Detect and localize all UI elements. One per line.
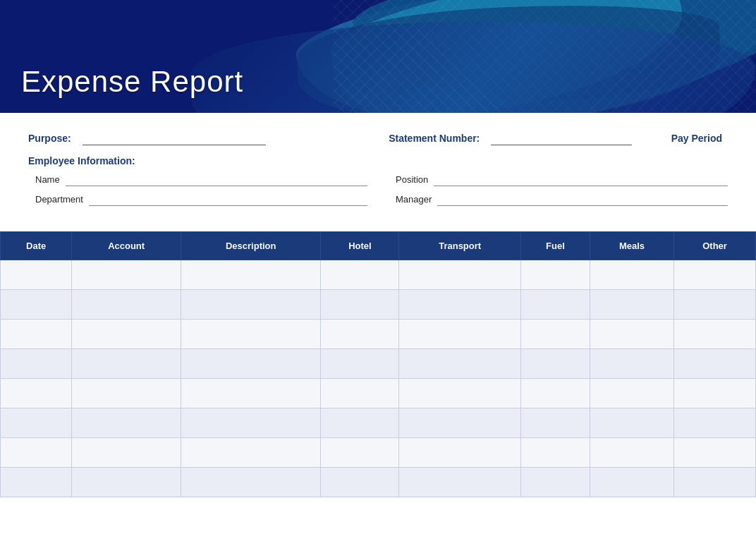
table-cell[interactable]: [590, 260, 673, 290]
table-cell[interactable]: [520, 408, 590, 438]
table-cell[interactable]: [674, 290, 756, 320]
table-cell[interactable]: [321, 290, 399, 320]
table-cell[interactable]: [520, 379, 590, 408]
position-label: Position: [396, 174, 428, 185]
position-field: Position: [396, 174, 728, 186]
table-cell[interactable]: [399, 349, 521, 379]
table-body: [1, 260, 756, 497]
table-cell[interactable]: [321, 468, 399, 497]
table-cell[interactable]: [321, 260, 399, 290]
table-row: [1, 379, 756, 408]
table-cell[interactable]: [674, 468, 756, 497]
table-cell[interactable]: [590, 438, 673, 468]
table-cell[interactable]: [674, 260, 756, 290]
table-cell[interactable]: [181, 408, 320, 438]
table-cell[interactable]: [72, 320, 181, 349]
purpose-label: Purpose:: [28, 133, 71, 144]
employee-section: Employee Information: Name Position: [28, 155, 728, 206]
table-cell[interactable]: [321, 349, 399, 379]
table-row: [1, 320, 756, 349]
table-cell[interactable]: [72, 290, 181, 320]
table-cell[interactable]: [181, 379, 320, 408]
table-cell[interactable]: [181, 290, 320, 320]
name-label: Name: [35, 174, 60, 185]
table-cell[interactable]: [321, 408, 399, 438]
table-cell[interactable]: [181, 468, 320, 497]
table-cell[interactable]: [674, 408, 756, 438]
table-cell[interactable]: [1, 438, 72, 468]
header-banner: Expense Report: [0, 0, 756, 113]
table-cell[interactable]: [1, 320, 72, 349]
col-other: Other: [674, 232, 756, 260]
table-cell[interactable]: [590, 379, 673, 408]
pay-period-label: Pay Period: [671, 133, 722, 144]
table-cell[interactable]: [399, 438, 521, 468]
department-field: Department: [35, 193, 367, 206]
table-cell[interactable]: [520, 320, 590, 349]
page: Expense Report Purpose: Statement Number…: [0, 0, 756, 558]
table-cell[interactable]: [321, 438, 399, 468]
statement-number-input[interactable]: [491, 133, 632, 145]
table-cell[interactable]: [181, 260, 320, 290]
pay-period-group: Pay Period: [671, 133, 728, 144]
table-row: [1, 438, 756, 468]
table-row: [1, 468, 756, 497]
dept-manager-row: Department Manager: [35, 193, 728, 206]
table-cell[interactable]: [1, 468, 72, 497]
table-cell[interactable]: [674, 320, 756, 349]
table-cell[interactable]: [590, 290, 673, 320]
table-cell[interactable]: [520, 260, 590, 290]
table-cell[interactable]: [590, 408, 673, 438]
table-cell[interactable]: [674, 349, 756, 379]
table-cell[interactable]: [321, 379, 399, 408]
employee-info-label: Employee Information:: [28, 155, 728, 166]
department-input[interactable]: [89, 193, 367, 206]
table-cell[interactable]: [72, 468, 181, 497]
table-cell[interactable]: [321, 320, 399, 349]
table-cell[interactable]: [399, 379, 521, 408]
table-cell[interactable]: [399, 468, 521, 497]
table-cell[interactable]: [399, 260, 521, 290]
table-cell[interactable]: [1, 408, 72, 438]
table-cell[interactable]: [674, 379, 756, 408]
table-cell[interactable]: [181, 438, 320, 468]
col-date: Date: [1, 232, 72, 260]
table-cell[interactable]: [590, 349, 673, 379]
table-cell[interactable]: [1, 379, 72, 408]
manager-field: Manager: [396, 193, 728, 206]
table-cell[interactable]: [520, 290, 590, 320]
col-fuel: Fuel: [520, 232, 590, 260]
table-cell[interactable]: [181, 320, 320, 349]
name-position-row: Name Position: [35, 174, 728, 186]
manager-input[interactable]: [437, 193, 728, 206]
statement-number-label: Statement Number:: [389, 133, 480, 144]
table-cell[interactable]: [72, 349, 181, 379]
table-row: [1, 408, 756, 438]
table-cell[interactable]: [520, 438, 590, 468]
table-cell[interactable]: [72, 260, 181, 290]
manager-label: Manager: [396, 194, 432, 205]
table-cell[interactable]: [72, 438, 181, 468]
statement-group: Statement Number:: [350, 133, 671, 145]
table-cell[interactable]: [181, 349, 320, 379]
table-cell[interactable]: [1, 349, 72, 379]
table-cell[interactable]: [520, 349, 590, 379]
table-cell[interactable]: [520, 468, 590, 497]
col-transport: Transport: [399, 232, 521, 260]
table-cell[interactable]: [590, 468, 673, 497]
name-input[interactable]: [66, 174, 367, 186]
table-cell[interactable]: [399, 320, 521, 349]
table-cell[interactable]: [72, 408, 181, 438]
purpose-input[interactable]: [83, 133, 266, 145]
form-area: Purpose: Statement Number: Pay Period Em…: [0, 113, 756, 229]
table-cell[interactable]: [590, 320, 673, 349]
table-row: [1, 349, 756, 379]
col-hotel: Hotel: [321, 232, 399, 260]
table-cell[interactable]: [399, 408, 521, 438]
table-cell[interactable]: [1, 260, 72, 290]
position-input[interactable]: [434, 174, 728, 186]
table-cell[interactable]: [72, 379, 181, 408]
table-cell[interactable]: [674, 438, 756, 468]
table-cell[interactable]: [399, 290, 521, 320]
table-cell[interactable]: [1, 290, 72, 320]
